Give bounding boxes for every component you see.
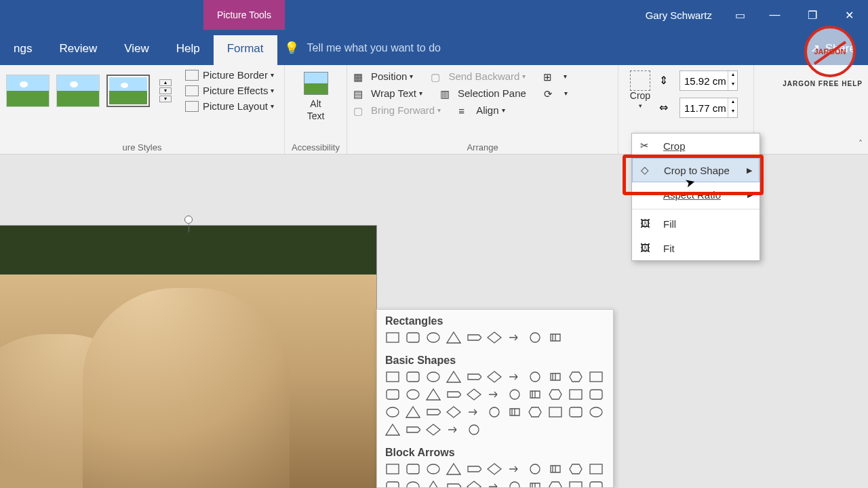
shape-option[interactable] [506,479,524,488]
shape-option[interactable] [526,330,544,345]
wrap-text-button[interactable]: ▤Wrap Text▾ [353,87,422,99]
shape-option[interactable] [404,422,422,437]
shape-option[interactable] [465,369,483,384]
shape-option[interactable] [465,387,483,402]
shape-option[interactable] [465,462,483,476]
crop-menu-fit[interactable]: 🖼 Fit [632,236,760,260]
shape-option[interactable] [445,330,462,345]
crop-menu-fill[interactable]: 🖼 Fill [632,211,760,236]
shape-option[interactable] [404,405,422,420]
shape-option[interactable] [587,387,605,402]
shape-option[interactable] [465,479,483,488]
picture-layout-button[interactable]: Picture Layout▾ [185,100,274,112]
shape-option[interactable] [587,462,605,476]
shape-option[interactable] [486,479,503,488]
shape-option[interactable] [384,369,401,384]
shape-option[interactable] [445,387,462,402]
shape-option[interactable] [547,369,564,384]
tell-me-search[interactable]: 💡 Tell me what you want to do [284,41,441,65]
shape-option[interactable] [506,405,524,420]
tab-review[interactable]: Review [45,35,111,65]
group-button[interactable]: ⊞▾ [543,70,567,82]
shape-option[interactable] [587,405,605,420]
maximize-button[interactable]: ❐ [793,0,831,30]
tab-view[interactable]: View [111,35,163,65]
shape-option[interactable] [567,405,585,420]
picture-effects-button[interactable]: Picture Effects▾ [185,85,274,96]
shape-option[interactable] [465,405,483,420]
shape-option[interactable] [404,330,422,345]
shape-option[interactable] [587,479,605,488]
shape-option[interactable] [506,387,524,402]
rotation-handle[interactable] [184,216,193,224]
shape-option[interactable] [384,422,401,437]
minimize-button[interactable]: — [756,0,793,30]
width-input[interactable]: 11.77 cm▴▾ [679,98,738,118]
alt-text-button[interactable]: Alt Text [291,69,340,122]
picture-border-button[interactable]: Picture Border▾ [185,69,274,81]
shape-option[interactable] [384,387,401,402]
shape-option[interactable] [445,422,462,437]
shape-option[interactable] [547,387,564,402]
align-button[interactable]: ≡Align▾ [458,104,505,116]
ribbon-display-options-icon[interactable]: ▭ [724,0,756,30]
shape-option[interactable] [445,479,462,488]
height-input[interactable]: 15.92 cm▴▾ [679,70,738,91]
shape-option[interactable] [486,387,503,402]
shape-option[interactable] [526,369,544,384]
shape-option[interactable] [425,369,442,384]
close-button[interactable]: ✕ [831,0,868,30]
picture-style-thumb[interactable] [6,75,50,107]
picture-styles-more-button[interactable]: ▴▾▾ [159,79,172,102]
shape-option[interactable] [384,479,401,488]
shape-option[interactable] [567,387,585,402]
shape-option[interactable] [384,462,401,476]
crop-menu-crop-to-shape[interactable]: ◇ Crop to Shape ▶ [632,158,760,182]
picture-style-thumb[interactable] [56,75,100,107]
position-button[interactable]: ▦Position▾ [353,70,413,82]
shape-option[interactable] [486,369,503,384]
shape-option[interactable] [547,330,564,345]
crop-button[interactable]: Crop ▾ [625,69,656,111]
shape-option[interactable] [526,387,544,402]
collapse-ribbon-button[interactable]: ˄ [859,139,863,148]
shape-option[interactable] [506,462,524,476]
shape-option[interactable] [465,330,483,345]
contextual-tab-picture-tools[interactable]: Picture Tools [203,0,285,30]
tab-settings-partial[interactable]: ngs [0,35,45,65]
shape-option[interactable] [486,462,503,476]
shape-option[interactable] [425,405,442,420]
shape-option[interactable] [404,462,422,476]
shape-option[interactable] [445,462,462,476]
shape-option[interactable] [526,462,544,476]
shape-option[interactable] [425,330,442,345]
shape-option[interactable] [445,405,462,420]
shape-option[interactable] [547,462,564,476]
shape-option[interactable] [526,405,544,420]
shape-option[interactable] [547,479,564,488]
selection-pane-button[interactable]: ▥Selection Pane [440,87,526,99]
shape-option[interactable] [465,422,483,437]
shape-option[interactable] [567,462,585,476]
rotate-button[interactable]: ⟳▾ [544,87,568,99]
shape-option[interactable] [506,330,524,345]
shape-option[interactable] [506,369,524,384]
picture-style-thumb-selected[interactable] [106,75,150,107]
crop-menu-crop[interactable]: ✂ Crop [632,134,760,158]
shape-option[interactable] [486,330,503,345]
shape-option[interactable] [384,405,401,420]
shape-option[interactable] [526,479,544,488]
shape-option[interactable] [404,479,422,488]
selected-picture[interactable] [0,226,376,488]
shape-option[interactable] [567,369,585,384]
shape-option[interactable] [567,479,585,488]
shape-option[interactable] [486,405,503,420]
tab-help[interactable]: Help [163,35,214,65]
shape-option[interactable] [425,462,442,476]
shape-option[interactable] [404,369,422,384]
shape-option[interactable] [445,369,462,384]
shape-option[interactable] [425,479,442,488]
shape-option[interactable] [587,369,605,384]
shape-option[interactable] [547,405,564,420]
shape-option[interactable] [425,422,442,437]
